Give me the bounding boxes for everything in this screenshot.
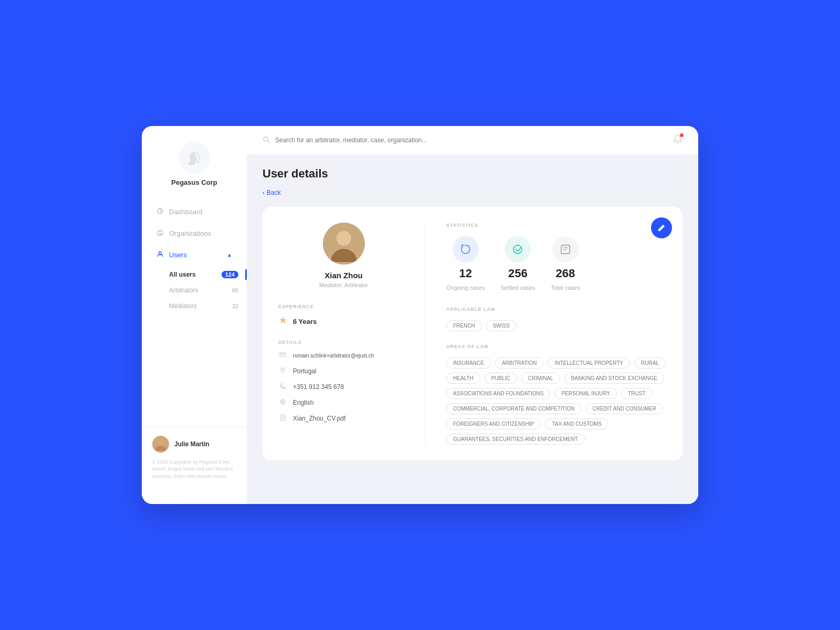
area-tag-12: CREDIT AND CONSUMER bbox=[586, 403, 664, 414]
settled-number: 256 bbox=[508, 267, 528, 280]
area-tag-10: TRUST bbox=[621, 388, 652, 399]
profile-section: Xian Zhou Mediator, Arbitrator bbox=[278, 223, 409, 288]
detail-location: Portugal bbox=[293, 368, 317, 375]
sidebar-item-organizations[interactable]: Organizations bbox=[150, 224, 238, 243]
edit-button[interactable] bbox=[651, 217, 672, 238]
tag-french: FRENCH bbox=[446, 320, 482, 331]
all-users-label: All users bbox=[169, 271, 196, 278]
total-desc: Total cases bbox=[551, 285, 580, 291]
svg-rect-2 bbox=[160, 233, 161, 235]
area-tag-13: FOREIGNERS AND CITIZENSHIP bbox=[446, 418, 541, 429]
search-icon bbox=[262, 136, 270, 145]
top-bar bbox=[247, 126, 698, 154]
svg-point-8 bbox=[337, 231, 351, 246]
sidebar-logo: Pegasus Corp bbox=[142, 142, 247, 186]
details-section: romain.schlink+arbitrator@ejust.ch Portu… bbox=[278, 351, 409, 423]
stat-ongoing: 12 Ongoing cases bbox=[446, 236, 485, 291]
area-tag-11: COMMERCIAL, CORPORATE AND COMPETITION bbox=[446, 403, 582, 414]
detail-email-row: romain.schlink+arbitrator@ejust.ch bbox=[278, 351, 409, 360]
chevron-up-icon: ▲ bbox=[227, 252, 232, 258]
phone-icon bbox=[278, 383, 287, 391]
detail-language-row: English bbox=[278, 398, 409, 407]
ongoing-icon bbox=[453, 236, 479, 262]
svg-point-3 bbox=[159, 252, 162, 255]
applicable-law-section: APPLICABLE LAW FRENCH SWISS bbox=[446, 307, 667, 331]
arbitrators-badge: 86 bbox=[232, 287, 238, 293]
mediators-label: Mediators bbox=[169, 302, 197, 310]
back-label: Back bbox=[267, 189, 281, 196]
detail-email: romain.schlink+arbitrator@ejust.ch bbox=[293, 353, 374, 359]
detail-cv: Xian_Zhou_CV.pdf bbox=[293, 415, 345, 422]
profile-avatar bbox=[323, 223, 365, 265]
dashboard-icon bbox=[156, 207, 164, 216]
areas-of-law-tags: INSURANCEARBITRATIONINTELLECTUAL PROPERT… bbox=[446, 358, 667, 445]
ongoing-number: 12 bbox=[459, 267, 471, 280]
detail-phone: +351 912 345 678 bbox=[293, 383, 344, 391]
sidebar-footer: Julie Martin © 2018 Copyrights by Pegasu… bbox=[142, 427, 247, 489]
tag-swiss: SWISS bbox=[486, 320, 517, 331]
area-tag-7: BANKING AND STOCK EXCHANGE bbox=[564, 373, 664, 384]
svg-point-10 bbox=[282, 369, 283, 370]
organizations-icon bbox=[156, 229, 164, 238]
area-tag-2: INTELLECTUAL PROPERTY bbox=[548, 358, 630, 369]
experience-value: 6 Years bbox=[293, 318, 317, 326]
area-tag-5: PUBLIC bbox=[485, 373, 517, 384]
sidebar: Pegasus Corp Dashboard bbox=[142, 126, 247, 504]
nav-items: Dashboard Organizations bbox=[142, 202, 247, 427]
search-input[interactable] bbox=[275, 136, 673, 144]
page-title: User details bbox=[262, 167, 682, 181]
applicable-law-tags: FRENCH SWISS bbox=[446, 320, 667, 331]
sub-nav-all-users[interactable]: All users 124 bbox=[169, 267, 238, 282]
area-tag-6: CRIMINAL bbox=[521, 373, 560, 384]
svg-point-4 bbox=[158, 440, 163, 445]
area-tag-14: TAX AND CUSTOMS bbox=[545, 418, 608, 429]
applicable-law-label: APPLICABLE LAW bbox=[446, 307, 667, 312]
email-icon bbox=[278, 351, 287, 360]
total-icon bbox=[552, 236, 579, 262]
app-container: Pegasus Corp Dashboard bbox=[142, 126, 698, 504]
back-link[interactable]: ‹ Back bbox=[262, 189, 682, 196]
sidebar-item-users[interactable]: Users ▲ bbox=[150, 245, 238, 265]
all-users-badge: 124 bbox=[222, 271, 238, 278]
users-icon bbox=[156, 250, 164, 259]
notification-button[interactable] bbox=[673, 134, 682, 146]
experience-icon bbox=[278, 316, 288, 327]
statistics-label: STATISTICS bbox=[446, 223, 667, 228]
sub-nav-users: All users 124 Arbitrators 86 Mediators 3… bbox=[150, 267, 238, 314]
detail-cv-row: Xian_Zhou_CV.pdf bbox=[278, 414, 409, 423]
ongoing-desc: Ongoing cases bbox=[446, 285, 485, 291]
experience-row: 6 Years bbox=[278, 316, 409, 327]
sidebar-item-dashboard[interactable]: Dashboard bbox=[150, 202, 238, 222]
detail-location-row: Portugal bbox=[278, 367, 409, 375]
notification-dot bbox=[680, 133, 684, 137]
svg-line-6 bbox=[268, 141, 270, 143]
cv-icon bbox=[278, 414, 287, 423]
company-name: Pegasus Corp bbox=[171, 178, 217, 186]
search-bar bbox=[262, 136, 673, 145]
page-body: User details ‹ Back bbox=[247, 154, 698, 473]
area-tag-0: INSURANCE bbox=[446, 358, 491, 369]
svg-point-18 bbox=[513, 245, 522, 254]
svg-rect-19 bbox=[561, 245, 570, 254]
current-user-row: Julie Martin bbox=[152, 436, 236, 453]
details-label: DETAILS bbox=[278, 340, 409, 345]
logo-circle bbox=[178, 142, 210, 173]
detail-phone-row: +351 912 345 678 bbox=[278, 383, 409, 391]
main-content: User details ‹ Back bbox=[247, 126, 698, 504]
area-tag-15: GUARANTEES, SECURITIES AND ENFORCEMENT bbox=[446, 434, 585, 445]
stat-total: 268 Total cases bbox=[551, 236, 580, 291]
profile-name: Xian Zhou bbox=[324, 271, 363, 280]
profile-role: Mediator, Arbitrator bbox=[319, 282, 368, 288]
settled-desc: Settled cases bbox=[500, 285, 535, 291]
sub-nav-arbitrators[interactable]: Arbitrators 86 bbox=[169, 282, 238, 298]
sub-nav-mediators[interactable]: Mediators 32 bbox=[169, 298, 238, 314]
sidebar-item-users-label: Users bbox=[169, 251, 187, 259]
stat-settled: 256 Settled cases bbox=[500, 236, 535, 291]
back-chevron-icon: ‹ bbox=[262, 189, 265, 196]
current-user-name: Julie Martin bbox=[174, 440, 209, 448]
area-tag-3: RURAL bbox=[634, 358, 666, 369]
detail-card: Xian Zhou Mediator, Arbitrator EXPERIENC… bbox=[262, 207, 682, 460]
location-icon bbox=[278, 367, 287, 375]
statistics-section: STATISTICS 12 bbox=[446, 223, 667, 291]
area-tag-8: ASSOCIATIONS AND FOUNDATIONS bbox=[446, 388, 550, 399]
